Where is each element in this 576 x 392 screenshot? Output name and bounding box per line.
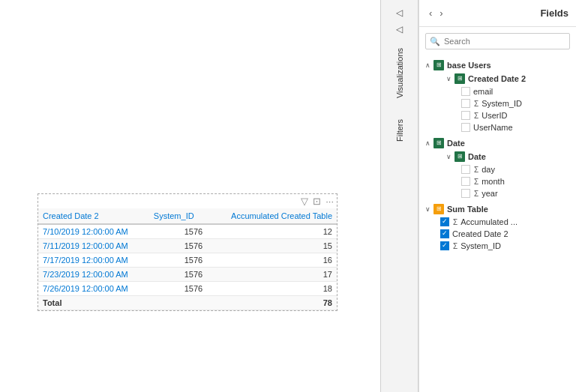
table-icon-base-users: ⊞: [434, 60, 444, 70]
cell-systemid: 1576: [149, 239, 207, 253]
tree-item-systemid[interactable]: Σ System_ID: [455, 97, 576, 109]
tree-item-username[interactable]: UserName: [455, 121, 576, 133]
date-group-label: Date: [447, 139, 465, 148]
checkbox-day[interactable]: [461, 165, 470, 174]
checkbox-username[interactable]: [461, 123, 470, 132]
viz-filters-panel: ◁ ◁ Visualizations Filters: [381, 0, 418, 392]
sigma-accumulated: Σ: [453, 218, 458, 226]
table-icon-date: ⊞: [434, 138, 444, 148]
cell-accumulated: 18: [207, 282, 337, 296]
tree-group-date: ∧ ⊞ Date ∨ ⊞ Date Σ: [419, 136, 576, 199]
fields-tree: ∧ ⊞ base Users ∨ ⊞ Created Date 2: [419, 55, 576, 392]
tree-item-sum-systemid[interactable]: Σ System_ID: [434, 240, 576, 252]
canvas-area: ▽ ⊡ ··· Created Date 2 System_ID Accumul…: [0, 0, 381, 392]
date-sublabel: Date: [468, 152, 486, 161]
subgroup-date-header[interactable]: ∨ ⊞ Date: [440, 150, 576, 163]
tree-group-date-header[interactable]: ∧ ⊞ Date: [419, 136, 576, 150]
cell-date: 7/10/2019 12:00:00 AM: [38, 224, 149, 239]
cell-accumulated: 15: [207, 239, 337, 253]
more-icon[interactable]: ···: [326, 196, 334, 207]
visualizations-tab[interactable]: Visualizations: [392, 40, 407, 106]
chevron-created-date2: ∨: [446, 75, 452, 82]
filters-tab[interactable]: Filters: [392, 112, 407, 149]
label-month: month: [482, 177, 505, 186]
table-row[interactable]: 7/23/2019 12:00:00 AM 1576 17: [38, 268, 337, 282]
col-header-systemid[interactable]: System_ID: [149, 208, 207, 224]
base-users-items: ∨ ⊞ Created Date 2 email Σ: [419, 72, 576, 133]
label-accumulated: Accumulated ...: [460, 217, 518, 226]
subgroup-created-date2: ∨ ⊞ Created Date 2 email Σ: [434, 72, 576, 133]
checkbox-email[interactable]: [461, 87, 470, 96]
nav-back-arrow[interactable]: ‹: [427, 6, 434, 20]
col-header-date[interactable]: Created Date 2: [38, 208, 149, 224]
tree-item-sum-created-date2[interactable]: Created Date 2: [434, 228, 576, 240]
tree-item-year[interactable]: Σ year: [455, 187, 576, 199]
label-email: email: [473, 87, 493, 96]
checkbox-year[interactable]: [461, 189, 470, 198]
total-value: 78: [207, 296, 337, 310]
collapse-left-icon[interactable]: ◁: [396, 7, 403, 18]
date-children: Σ day Σ month Σ year: [440, 163, 576, 199]
table-icon-date-sub: ⊞: [454, 151, 465, 162]
nav-arrows: ‹ ›: [427, 6, 446, 20]
label-day: day: [482, 165, 495, 174]
checkbox-systemid[interactable]: [461, 99, 470, 108]
table-row[interactable]: 7/11/2019 12:00:00 AM 1576 15: [38, 239, 337, 253]
col-header-accumulated[interactable]: Accumulated Created Table: [207, 208, 337, 224]
search-input[interactable]: [425, 33, 570, 49]
tree-group-base-users-header[interactable]: ∧ ⊞ base Users: [419, 58, 576, 72]
sigma-month: Σ: [474, 178, 478, 186]
created-date2-children: email Σ System_ID Σ UserID: [440, 85, 576, 133]
tree-item-month[interactable]: Σ month: [455, 175, 576, 187]
total-systemid: [149, 296, 207, 310]
cell-accumulated: 12: [207, 224, 337, 239]
cell-date: 7/17/2019 12:00:00 AM: [38, 253, 149, 268]
cell-accumulated: 16: [207, 253, 337, 268]
tree-group-base-users: ∧ ⊞ base Users ∨ ⊞ Created Date 2: [419, 58, 576, 133]
table-total-row: Total 78: [38, 296, 337, 310]
subgroup-date: ∨ ⊞ Date Σ day Σ: [434, 150, 576, 199]
checkbox-accumulated[interactable]: [440, 217, 449, 226]
checkbox-userid[interactable]: [461, 111, 470, 120]
sigma-userid: Σ: [474, 112, 478, 120]
chevron-date-sub: ∨: [446, 153, 452, 160]
search-icon: 🔍: [430, 37, 440, 46]
table-row[interactable]: 7/26/2019 12:00:00 AM 1576 18: [38, 282, 337, 296]
chevron-base-users: ∧: [425, 61, 430, 69]
right-section: ◁ ◁ Visualizations Filters ‹ › Fields 🔍 …: [381, 0, 576, 392]
sigma-systemid: Σ: [474, 100, 478, 108]
expand-icon[interactable]: ⊡: [313, 196, 321, 207]
table-toolbar: ▽ ⊡ ···: [38, 194, 337, 208]
data-table: Created Date 2 System_ID Accumulated Cre…: [38, 208, 337, 310]
total-label: Total: [38, 296, 149, 310]
fields-header: ‹ › Fields: [419, 0, 576, 27]
checkbox-sum-systemid[interactable]: [440, 241, 449, 250]
table-sum-icon: ⊞: [434, 204, 444, 214]
tree-item-email[interactable]: email: [455, 85, 576, 97]
cell-date: 7/11/2019 12:00:00 AM: [38, 239, 149, 253]
date-group-items: ∨ ⊞ Date Σ day Σ: [419, 150, 576, 199]
checkbox-month[interactable]: [461, 177, 470, 186]
filter-icon[interactable]: ▽: [301, 196, 308, 207]
cell-systemid: 1576: [149, 268, 207, 282]
label-systemid: System_ID: [482, 99, 522, 108]
cell-date: 7/26/2019 12:00:00 AM: [38, 282, 149, 296]
tree-item-userid[interactable]: Σ UserID: [455, 109, 576, 121]
tree-item-accumulated[interactable]: Σ Accumulated ...: [434, 216, 576, 228]
created-date2-sublabel: Created Date 2: [468, 74, 526, 83]
cell-systemid: 1576: [149, 253, 207, 268]
table-row[interactable]: 7/17/2019 12:00:00 AM 1576 16: [38, 253, 337, 268]
checkbox-sum-created-date2[interactable]: [440, 229, 449, 238]
subgroup-created-date2-header[interactable]: ∨ ⊞ Created Date 2: [440, 72, 576, 85]
label-sum-created-date2: Created Date 2: [452, 229, 508, 238]
nav-forward-arrow[interactable]: ›: [437, 6, 445, 20]
tree-group-sum-table-header[interactable]: ∨ ⊞ Sum Table: [419, 202, 576, 216]
tree-group-sum-table: ∨ ⊞ Sum Table Σ Accumulated ... Created …: [419, 202, 576, 252]
tree-item-day[interactable]: Σ day: [455, 163, 576, 175]
cell-accumulated: 17: [207, 268, 337, 282]
collapse-right-icon[interactable]: ◁: [396, 24, 403, 34]
table-row[interactable]: 7/10/2019 12:00:00 AM 1576 12: [38, 224, 337, 239]
cell-systemid: 1576: [149, 282, 207, 296]
chevron-date: ∧: [425, 139, 430, 147]
chevron-sum-table: ∨: [425, 205, 430, 213]
